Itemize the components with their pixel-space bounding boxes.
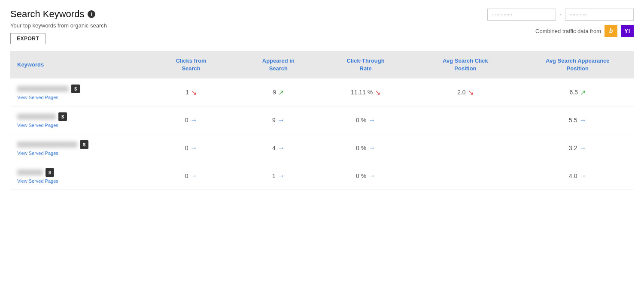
appeared-cell: 4→	[235, 134, 322, 162]
avg-click-position-cell	[409, 134, 521, 162]
arrow-down-red-icon: ↘	[191, 88, 197, 97]
arrow-right-blue-icon: →	[190, 116, 197, 124]
clicks-cell: 0→	[147, 162, 234, 190]
ctr-cell: 0 %→	[322, 134, 409, 162]
avg-appear-value: 5.5	[569, 117, 577, 124]
ctr-cell: 0 %→	[322, 162, 409, 190]
appeared-value: 9	[272, 117, 276, 124]
avg-click-position-cell	[409, 106, 521, 134]
info-icon[interactable]: i	[88, 10, 95, 18]
col-header-keywords: Keywords	[10, 51, 147, 79]
keyword-blurred-text	[17, 114, 56, 120]
avg-click-value: 2.0	[457, 89, 465, 96]
keyword-blurred-text	[17, 169, 43, 175]
avg-appear-position-cell: 3.2→	[522, 134, 634, 162]
date-end-input[interactable]	[565, 9, 634, 21]
header-row: Keywords Clicks fromSearch Appeared inSe…	[10, 51, 634, 79]
traffic-block: Combined traffic data from b Y!	[535, 25, 634, 37]
page-header: Search Keywords i Your top keywords from…	[10, 9, 634, 44]
col-header-clicks: Clicks fromSearch	[147, 51, 234, 79]
dollar-badge[interactable]: $	[58, 112, 67, 121]
appeared-value: 9	[273, 89, 276, 96]
keyword-cell: $View Served Pages	[10, 134, 147, 162]
keyword-blurred-text	[17, 86, 69, 92]
col-header-appeared: Appeared inSearch	[235, 51, 322, 79]
appeared-cell: 9↗	[235, 79, 322, 106]
keywords-table: Keywords Clicks fromSearch Appeared inSe…	[10, 51, 634, 190]
clicks-value: 0	[185, 172, 188, 179]
avg-appear-position-cell: 4.0→	[522, 162, 634, 190]
table-row: $View Served Pages0→4→0 %→3.2→	[10, 134, 634, 162]
arrow-right-blue-icon: →	[190, 172, 197, 180]
yahoo-logo: Y!	[621, 25, 634, 37]
view-served-pages-link[interactable]: View Served Pages	[17, 95, 143, 100]
arrow-right-blue-icon: →	[190, 144, 197, 152]
table-row: $View Served Pages0→9→0 %→5.5→	[10, 106, 634, 134]
arrow-down-red-icon: ↘	[375, 88, 380, 97]
avg-appear-value: 3.2	[569, 145, 577, 151]
page-title-text: Search Keywords	[10, 9, 84, 20]
table-row: $View Served Pages0→1→0 %→4.0→	[10, 162, 634, 190]
dollar-badge[interactable]: $	[71, 85, 80, 93]
date-separator: -	[559, 11, 562, 18]
col-header-avgclick: Avg Search ClickPosition	[409, 51, 521, 79]
keyword-cell: $View Served Pages	[10, 162, 147, 190]
ctr-value: 0 %	[356, 117, 366, 124]
date-range: -	[487, 9, 634, 21]
arrow-up-green-icon: ↗	[580, 88, 586, 97]
ctr-value: 11.11 %	[351, 89, 373, 96]
avg-appear-value: 4.0	[569, 172, 577, 179]
export-button[interactable]: EXPORT	[10, 33, 46, 44]
arrow-right-blue-icon: →	[580, 116, 586, 124]
col-header-avgappear: Avg Search AppearancePosition	[522, 51, 634, 79]
date-start-input[interactable]	[487, 9, 556, 21]
table-header: Keywords Clicks fromSearch Appeared inSe…	[10, 51, 634, 79]
keyword-row: $	[17, 85, 143, 93]
arrow-right-blue-icon: →	[278, 144, 285, 152]
view-served-pages-link[interactable]: View Served Pages	[17, 123, 143, 128]
arrow-right-blue-icon: →	[368, 172, 375, 180]
arrow-up-green-icon: ↗	[278, 88, 284, 97]
table-body: $View Served Pages1↘9↗11.11 %↘2.0↘6.5↗$V…	[10, 79, 634, 190]
dollar-badge[interactable]: $	[46, 168, 54, 177]
arrow-right-blue-icon: →	[580, 172, 586, 180]
clicks-value: 1	[185, 89, 189, 96]
table-row: $View Served Pages1↘9↗11.11 %↘2.0↘6.5↗	[10, 79, 634, 106]
arrow-down-red-icon: ↘	[468, 88, 474, 97]
clicks-value: 0	[185, 117, 188, 124]
avg-appear-position-cell: 6.5↗	[522, 79, 634, 106]
appeared-value: 4	[272, 145, 276, 151]
bing-logo: b	[605, 25, 617, 37]
appeared-cell: 9→	[235, 106, 322, 134]
subtitle: Your top keywords from organic search	[10, 22, 107, 29]
title-block: Search Keywords i Your top keywords from…	[10, 9, 107, 44]
ctr-cell: 11.11 %↘	[322, 79, 409, 106]
arrow-right-blue-icon: →	[580, 144, 586, 152]
keyword-row: $	[17, 112, 143, 121]
arrow-right-blue-icon: →	[368, 144, 375, 152]
keyword-cell: $View Served Pages	[10, 106, 147, 134]
avg-appear-position-cell: 5.5→	[522, 106, 634, 134]
avg-click-position-cell: 2.0↘	[409, 79, 521, 106]
view-served-pages-link[interactable]: View Served Pages	[17, 151, 143, 156]
dollar-badge[interactable]: $	[80, 140, 88, 149]
arrow-right-blue-icon: →	[368, 116, 375, 124]
page-title: Search Keywords i	[10, 9, 107, 20]
ctr-cell: 0 %→	[322, 106, 409, 134]
arrow-right-blue-icon: →	[278, 116, 285, 124]
avg-click-position-cell	[409, 162, 521, 190]
view-served-pages-link[interactable]: View Served Pages	[17, 178, 143, 184]
right-block: - Combined traffic data from b Y!	[487, 9, 634, 37]
keyword-blurred-text	[17, 142, 77, 148]
keyword-cell: $View Served Pages	[10, 79, 147, 106]
ctr-value: 0 %	[356, 145, 366, 151]
clicks-cell: 0→	[147, 106, 234, 134]
keyword-row: $	[17, 168, 143, 177]
ctr-value: 0 %	[356, 172, 366, 179]
keyword-row: $	[17, 140, 143, 149]
traffic-label: Combined traffic data from	[535, 28, 601, 34]
appeared-cell: 1→	[235, 162, 322, 190]
arrow-right-blue-icon: →	[278, 172, 285, 180]
clicks-cell: 0→	[147, 134, 234, 162]
avg-appear-value: 6.5	[570, 89, 578, 96]
